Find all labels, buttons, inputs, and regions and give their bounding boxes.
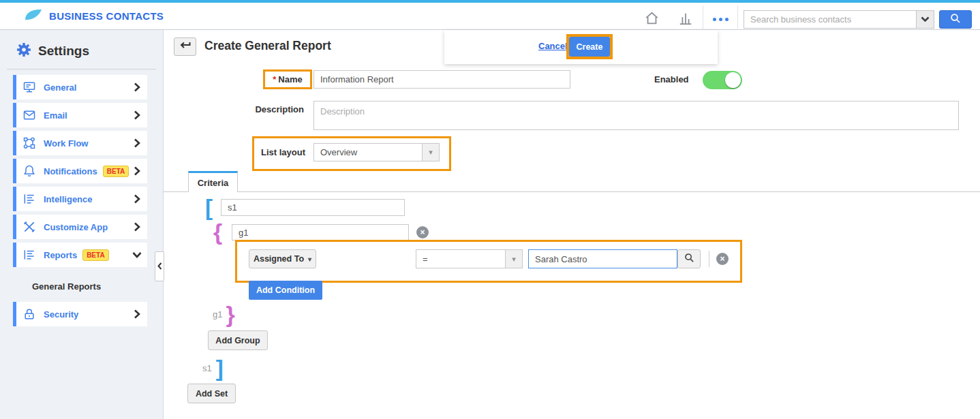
dropdown-arrow-icon[interactable]: ▾ bbox=[505, 250, 522, 268]
sidebar-item-label: Email bbox=[44, 110, 67, 121]
lookup-button[interactable] bbox=[677, 249, 701, 268]
add-condition-button[interactable]: Add Condition bbox=[249, 281, 322, 300]
list-layout-label: List layout bbox=[261, 147, 305, 157]
brand-title: BUSINESS CONTACTS bbox=[49, 10, 164, 22]
toggle-knob bbox=[725, 72, 741, 88]
group-close: g1 } bbox=[213, 302, 235, 326]
more-icon bbox=[713, 18, 729, 21]
chevron-right-icon bbox=[134, 82, 140, 92]
chevron-down-icon bbox=[921, 13, 930, 25]
sidebar-item-customize-app[interactable]: Customize App bbox=[13, 215, 147, 239]
gear-icon bbox=[16, 42, 32, 61]
action-bar: Cancel Create bbox=[444, 30, 718, 64]
home-icon bbox=[644, 11, 660, 28]
group-name-input[interactable] bbox=[232, 224, 409, 240]
sidebar-item-notifications[interactable]: Notifications BETA bbox=[13, 159, 147, 183]
sidebar-item-label: Security bbox=[44, 309, 78, 320]
sidebar-title: Settings bbox=[38, 44, 89, 59]
set-close-bracket: ] bbox=[216, 357, 224, 379]
brand: BUSINESS CONTACTS bbox=[0, 7, 164, 25]
enabled-toggle[interactable] bbox=[703, 71, 742, 89]
add-group-button[interactable]: Add Group bbox=[208, 330, 268, 350]
search-input[interactable] bbox=[744, 10, 916, 29]
topbar-actions bbox=[634, 5, 980, 33]
leaf-logo-icon bbox=[25, 7, 42, 25]
sidebar-item-general[interactable]: General bbox=[13, 75, 147, 99]
search-button[interactable] bbox=[939, 10, 972, 29]
envelope-icon bbox=[22, 108, 36, 122]
create-button[interactable]: Create bbox=[569, 37, 610, 57]
reports-dashboard-button[interactable] bbox=[669, 5, 703, 33]
group-close-name: g1 bbox=[213, 309, 222, 320]
group-close-brace: } bbox=[226, 302, 234, 326]
sidebar-item-work-flow[interactable]: Work Flow bbox=[13, 131, 147, 155]
sidebar-menu: General Email Work Flow bbox=[0, 75, 163, 326]
set-close-name: s1 bbox=[202, 363, 212, 373]
condition-operator-value: = bbox=[416, 250, 505, 268]
list-layout-value: Overview bbox=[314, 144, 422, 161]
remove-group-icon[interactable]: × bbox=[416, 226, 429, 238]
global-search bbox=[744, 10, 972, 29]
add-set-button[interactable]: Add Set bbox=[187, 384, 236, 403]
sidebar-item-intelligence[interactable]: Intelligence bbox=[13, 187, 147, 211]
tools-icon bbox=[22, 220, 36, 234]
condition-operator-select[interactable]: = ▾ bbox=[416, 249, 523, 268]
page: BUSINESS CONTACTS bbox=[0, 0, 980, 419]
home-button[interactable] bbox=[634, 5, 669, 33]
sidebar-collapse-handle[interactable] bbox=[155, 251, 164, 281]
group-open-brace: { bbox=[213, 220, 222, 243]
more-menu-button[interactable] bbox=[703, 5, 737, 33]
condition-value-input[interactable] bbox=[528, 249, 677, 268]
description-input[interactable] bbox=[313, 101, 959, 130]
chevron-right-icon bbox=[134, 166, 140, 176]
back-arrow-icon bbox=[179, 42, 191, 52]
monitor-icon bbox=[22, 80, 36, 94]
search-icon bbox=[950, 13, 961, 26]
divider bbox=[709, 251, 709, 267]
search-icon bbox=[684, 253, 694, 265]
back-button[interactable] bbox=[174, 37, 196, 56]
chevron-right-icon bbox=[134, 309, 140, 319]
condition-field-value: Assigned To bbox=[254, 254, 304, 264]
tab-criteria[interactable]: Criteria bbox=[188, 171, 238, 192]
search-scope-dropdown[interactable] bbox=[916, 10, 934, 29]
remove-condition-icon[interactable]: × bbox=[716, 253, 729, 265]
sidebar-item-label: Customize App bbox=[44, 222, 108, 232]
list-layout-select[interactable]: Overview ▾ bbox=[313, 143, 440, 161]
chevron-right-icon bbox=[134, 110, 140, 120]
sidebar-item-label: Intelligence bbox=[44, 194, 93, 204]
tab-underline bbox=[164, 191, 980, 192]
sidebar-item-label: Work Flow bbox=[44, 138, 88, 149]
beta-badge: BETA bbox=[103, 166, 129, 177]
sidebar-header: Settings bbox=[0, 30, 163, 61]
name-label: Name bbox=[278, 74, 302, 84]
chevron-left-icon bbox=[157, 260, 162, 273]
dropdown-arrow-icon[interactable]: ▾ bbox=[422, 144, 439, 161]
bar-chart-icon bbox=[678, 11, 693, 28]
topbar: BUSINESS CONTACTS bbox=[0, 0, 980, 30]
required-asterisk: * bbox=[273, 74, 276, 84]
dropdown-arrow-icon: ▾ bbox=[308, 255, 311, 263]
set-close: s1 ] bbox=[202, 357, 224, 379]
bell-icon bbox=[22, 164, 36, 178]
chevron-right-icon bbox=[134, 194, 140, 204]
sidebar-section-general-reports[interactable]: General Reports bbox=[0, 270, 163, 302]
set-open-bracket: [ bbox=[205, 196, 213, 219]
cancel-button[interactable]: Cancel bbox=[538, 41, 568, 51]
set-name-input[interactable] bbox=[221, 199, 405, 216]
chevron-right-icon bbox=[134, 138, 140, 148]
sidebar-item-security[interactable]: Security bbox=[13, 302, 147, 326]
lock-icon bbox=[22, 307, 36, 321]
sidebar-item-email[interactable]: Email bbox=[13, 103, 147, 127]
beta-badge: BETA bbox=[82, 249, 108, 261]
sidebar-item-label: Notifications bbox=[44, 166, 97, 176]
chevron-right-icon bbox=[134, 222, 140, 232]
workflow-icon bbox=[22, 136, 36, 150]
sidebar-item-reports[interactable]: Reports BETA bbox=[13, 243, 147, 267]
sidebar-item-label: General bbox=[44, 82, 76, 93]
name-input[interactable] bbox=[313, 70, 570, 89]
tab-criteria-label: Criteria bbox=[198, 178, 229, 188]
condition-field-dropdown[interactable]: Assigned To ▾ bbox=[249, 249, 316, 268]
chevron-down-icon bbox=[132, 251, 142, 258]
report-lines-icon bbox=[22, 192, 36, 206]
